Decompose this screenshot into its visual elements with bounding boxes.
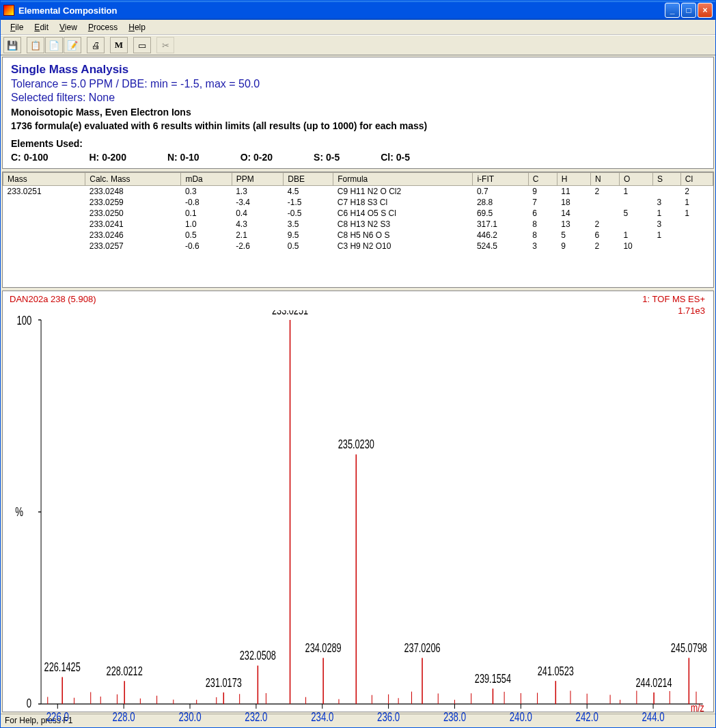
paste-icon: 📄 xyxy=(49,40,59,51)
svg-text:100: 100 xyxy=(16,314,31,327)
svg-text:239.1554: 239.1554 xyxy=(475,672,512,685)
tolerance-line: Tolerance = 5.0 PPM / DBE: min = -1.5, m… xyxy=(11,78,705,90)
elem-s: S: 0-5 xyxy=(314,152,340,163)
svg-text:233.0251: 233.0251 xyxy=(272,310,308,316)
svg-text:241.0523: 241.0523 xyxy=(538,664,574,677)
menu-process[interactable]: Process xyxy=(83,21,123,33)
filters-line: Selected filters: None xyxy=(11,92,705,104)
svg-text:230.0: 230.0 xyxy=(178,710,201,723)
cut-button: ✂ xyxy=(156,37,174,53)
m-button[interactable]: M xyxy=(110,37,128,53)
svg-text:235.0230: 235.0230 xyxy=(338,437,374,450)
svg-text:236.0: 236.0 xyxy=(377,710,400,723)
elem-h: H: 0-200 xyxy=(89,152,126,163)
titlebar: Elemental Composition _ □ × xyxy=(1,1,715,20)
app-icon xyxy=(3,5,14,16)
elem-c: C: 0-100 xyxy=(11,152,48,163)
svg-text:237.0206: 237.0206 xyxy=(404,641,440,654)
svg-text:242.0: 242.0 xyxy=(576,710,598,723)
page-button[interactable]: 📝 xyxy=(64,37,81,53)
col-h[interactable]: H xyxy=(557,173,590,186)
spectrum-chart[interactable]: 100%0226.0228.0230.0232.0234.0236.0238.0… xyxy=(3,310,713,728)
col-n[interactable]: N xyxy=(590,173,619,186)
svg-text:238.0: 238.0 xyxy=(443,710,466,723)
table-row[interactable]: 233.02411.04.33.5C8 H13 N2 S3317.181323 xyxy=(3,219,713,230)
results-table-panel: MassCalc. MassmDaPPMDBEFormulai-FITCHNOS… xyxy=(2,172,714,288)
svg-text:%: % xyxy=(15,505,23,518)
col-dbe[interactable]: DBE xyxy=(284,173,333,186)
elem-o: O: 0-20 xyxy=(240,152,273,163)
svg-text:240.0: 240.0 xyxy=(510,710,532,723)
col-mda[interactable]: mDa xyxy=(181,173,232,186)
print-icon: 🖨 xyxy=(92,40,100,51)
print-button[interactable]: 🖨 xyxy=(87,37,105,53)
col-c[interactable]: C xyxy=(528,173,557,186)
table-row[interactable]: 233.0259-0.8-3.4-1.5C7 H18 S3 Cl28.87183… xyxy=(3,197,713,208)
close-button[interactable]: × xyxy=(698,3,713,18)
col-cl[interactable]: Cl xyxy=(680,173,713,186)
window-icon: ▭ xyxy=(138,40,146,51)
save-icon: 💾 xyxy=(7,40,18,51)
m-icon: M xyxy=(115,40,123,51)
svg-text:0: 0 xyxy=(27,697,32,710)
col-o[interactable]: O xyxy=(619,173,652,186)
svg-text:m/z: m/z xyxy=(691,701,704,714)
minimize-button[interactable]: _ xyxy=(665,3,680,18)
menu-file[interactable]: File xyxy=(5,21,29,33)
svg-text:231.0173: 231.0173 xyxy=(206,676,242,689)
copy-icon: 📋 xyxy=(30,40,41,51)
col-s[interactable]: S xyxy=(653,173,681,186)
maximize-button[interactable]: □ xyxy=(681,3,696,18)
col-ifit[interactable]: i-FIT xyxy=(473,173,528,186)
window-button[interactable]: ▭ xyxy=(133,37,151,53)
svg-text:228.0: 228.0 xyxy=(113,710,135,723)
svg-text:234.0: 234.0 xyxy=(311,710,333,723)
svg-text:226.0: 226.0 xyxy=(46,710,69,723)
table-row[interactable]: 233.0257-0.6-2.60.5C3 H9 N2 O10524.53921… xyxy=(3,241,713,252)
svg-text:232.0508: 232.0508 xyxy=(240,649,276,662)
table-row[interactable]: 233.0251233.02480.31.34.5C9 H11 N2 O Cl2… xyxy=(3,186,713,198)
svg-text:244.0: 244.0 xyxy=(642,710,664,723)
elem-n: N: 0-10 xyxy=(167,152,199,163)
svg-text:244.0214: 244.0214 xyxy=(636,676,673,689)
toolbar: 💾 📋 📄 📝 🖨 M ▭ ✂ xyxy=(1,35,715,55)
table-row[interactable]: 233.02500.10.4-0.5C6 H14 O5 S Cl69.56145… xyxy=(3,208,713,219)
elem-cl: Cl: 0-5 xyxy=(381,152,410,163)
page-icon: 📝 xyxy=(67,40,78,51)
elements-row: C: 0-100 H: 0-200 N: 0-10 O: 0-20 S: 0-5… xyxy=(11,152,705,163)
spectrum-panel: DAN202a 238 (5.908) 1: TOF MS ES+ 1.71e3… xyxy=(2,291,714,712)
save-button[interactable]: 💾 xyxy=(3,37,21,53)
col-formula[interactable]: Formula xyxy=(333,173,473,186)
sample-label: DAN202a 238 (5.908) xyxy=(10,294,96,304)
results-table[interactable]: MassCalc. MassmDaPPMDBEFormulai-FITCHNOS… xyxy=(3,172,713,252)
mono-line: Monoisotopic Mass, Even Electron Ions xyxy=(11,107,705,118)
analysis-heading: Single Mass Analysis xyxy=(11,63,705,77)
svg-text:232.0: 232.0 xyxy=(245,710,267,723)
elements-used-label: Elements Used: xyxy=(11,138,705,149)
menu-help[interactable]: Help xyxy=(123,21,151,33)
svg-text:245.0798: 245.0798 xyxy=(671,641,707,654)
col-calcmass[interactable]: Calc. Mass xyxy=(85,173,181,186)
col-mass[interactable]: Mass xyxy=(3,173,85,186)
menubar: File Edit View Process Help xyxy=(1,20,715,35)
copy-button[interactable]: 📋 xyxy=(27,37,44,53)
scissors-icon: ✂ xyxy=(162,40,169,51)
svg-text:234.0289: 234.0289 xyxy=(305,641,342,654)
svg-text:226.1425: 226.1425 xyxy=(44,660,81,673)
eval-line: 1736 formula(e) evaluated with 6 results… xyxy=(11,120,705,131)
menu-view[interactable]: View xyxy=(54,21,83,33)
menu-edit[interactable]: Edit xyxy=(29,21,54,33)
analysis-panel: Single Mass Analysis Tolerance = 5.0 PPM… xyxy=(2,57,714,169)
table-row[interactable]: 233.02460.52.19.5C8 H5 N6 O S446.285611 xyxy=(3,230,713,241)
col-ppm[interactable]: PPM xyxy=(232,173,284,186)
svg-text:228.0212: 228.0212 xyxy=(107,664,143,677)
window-title: Elemental Composition xyxy=(18,5,665,16)
paste-button[interactable]: 📄 xyxy=(45,37,63,53)
